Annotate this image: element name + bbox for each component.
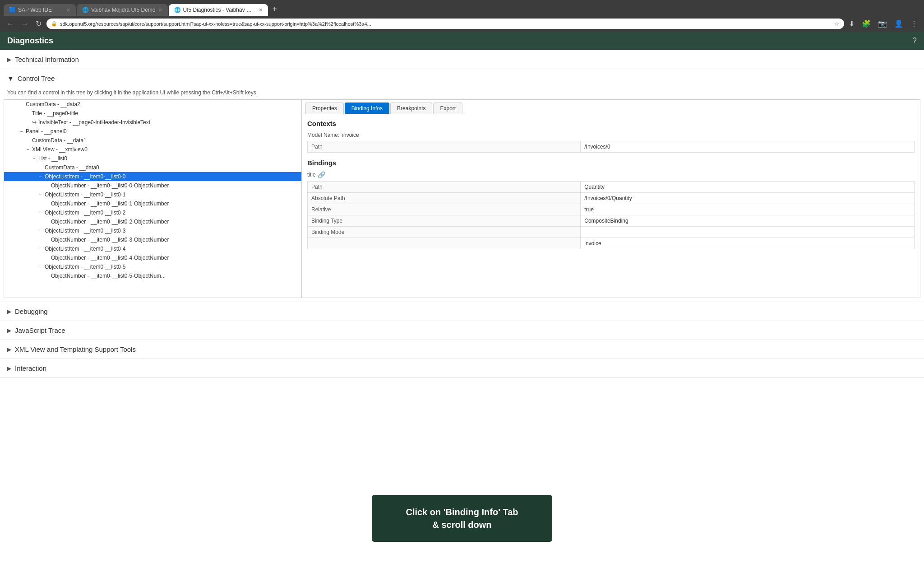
bookmark-icon[interactable]: ☆ bbox=[834, 20, 840, 27]
tree-item-t2[interactable]: Title - __page0-title bbox=[4, 109, 301, 118]
tab-ui5-demo[interactable]: 🌐 Vaibhav Mojidra UI5 Demo ✕ bbox=[77, 4, 168, 16]
tree-toggle-t13[interactable]: − bbox=[37, 210, 44, 215]
forward-button[interactable]: → bbox=[19, 19, 31, 29]
tree-toggle-t7[interactable]: − bbox=[31, 156, 37, 161]
binding-row-0: PathQuantity bbox=[308, 182, 915, 193]
screenshot-icon[interactable]: 📷 bbox=[876, 19, 889, 29]
tree-toggle-t4[interactable]: − bbox=[18, 129, 25, 134]
tree-label-t19: ObjectListItem - __item0-__list0-5 bbox=[45, 264, 125, 270]
chevron-right-xml: ▶ bbox=[7, 346, 11, 353]
tab-binding-infos[interactable]: Binding Infos bbox=[345, 103, 389, 114]
main-content: ▶ Technical Information ▼ Control Tree Y… bbox=[0, 50, 924, 378]
tree-item-t9[interactable]: −ObjectListItem - __item0-__list0-0 bbox=[4, 172, 301, 181]
interaction-header[interactable]: ▶ Interaction bbox=[0, 359, 924, 378]
tab-close-3[interactable]: ✕ bbox=[259, 7, 263, 13]
binding-row-4: Binding Mode bbox=[308, 227, 915, 238]
binding-value-3: CompositeBinding bbox=[581, 215, 915, 227]
tree-item-t3[interactable]: ↪InvisibleText - __page0-intHeader-Invis… bbox=[4, 118, 301, 127]
model-name-value: invoice bbox=[342, 132, 359, 138]
context-path-row: Path /Invoices/0 bbox=[308, 141, 915, 153]
tree-label-t12: ObjectNumber - __item0-__list0-1-ObjectN… bbox=[51, 200, 169, 207]
binding-key-0: Path bbox=[308, 182, 581, 193]
xml-view-header[interactable]: ▶ XML View and Templating Support Tools bbox=[0, 340, 924, 359]
tree-label-t10: ObjectNumber - __item0-__list0-0-ObjectN… bbox=[51, 182, 169, 189]
tree-label-t4: Panel - __panel0 bbox=[26, 128, 67, 135]
back-button[interactable]: ← bbox=[5, 19, 16, 29]
binding-property-row: title 🔗 bbox=[307, 171, 915, 178]
arrow-icon-t3: ↪ bbox=[32, 119, 37, 126]
tree-item-t17[interactable]: −ObjectListItem - __item0-__list0-4 bbox=[4, 244, 301, 253]
tree-item-t10[interactable]: ObjectNumber - __item0-__list0-0-ObjectN… bbox=[4, 181, 301, 190]
tree-toggle-t15[interactable]: − bbox=[37, 228, 44, 233]
profile-icon[interactable]: 👤 bbox=[892, 19, 905, 29]
tab-properties[interactable]: Properties bbox=[305, 103, 344, 114]
tree-item-t15[interactable]: −ObjectListItem - __item0-__list0-3 bbox=[4, 226, 301, 235]
technical-information-section: ▶ Technical Information bbox=[0, 50, 924, 69]
binding-value-1: /Invoices/0/Quantity bbox=[581, 193, 915, 204]
contexts-table: Path /Invoices/0 bbox=[307, 141, 915, 153]
context-path-value: /Invoices/0 bbox=[581, 141, 915, 153]
tree-item-t8[interactable]: CustomData - __data0 bbox=[4, 163, 301, 172]
tree-item-t11[interactable]: −ObjectListItem - __item0-__list0-1 bbox=[4, 190, 301, 199]
tree-toggle-t17[interactable]: − bbox=[37, 247, 44, 252]
tab-title-1: SAP Web IDE bbox=[18, 7, 64, 13]
interaction-section: ▶ Interaction bbox=[0, 359, 924, 378]
tree-pane[interactable]: CustomData - __data2 Title - __page0-tit… bbox=[4, 100, 302, 298]
tab-breakpoints[interactable]: Breakpoints bbox=[390, 103, 432, 114]
tree-item-t12[interactable]: ObjectNumber - __item0-__list0-1-ObjectN… bbox=[4, 199, 301, 208]
tree-label-t5: CustomData - __data1 bbox=[32, 137, 87, 144]
tree-item-t6[interactable]: −XMLView - __xmlview0 bbox=[4, 145, 301, 154]
binding-key-5 bbox=[308, 238, 581, 249]
tab-export[interactable]: Export bbox=[433, 103, 462, 114]
tree-item-t13[interactable]: −ObjectListItem - __item0-__list0-2 bbox=[4, 208, 301, 217]
lock-icon: 🔒 bbox=[51, 21, 57, 27]
tree-item-t4[interactable]: −Panel - __panel0 bbox=[4, 127, 301, 136]
tree-item-t20[interactable]: ObjectNumber - __item0-__list0-5-ObjectN… bbox=[4, 271, 301, 280]
binding-key-4: Binding Mode bbox=[308, 227, 581, 238]
javascript-trace-header[interactable]: ▶ JavaScript Trace bbox=[0, 321, 924, 340]
tree-label-t16: ObjectNumber - __item0-__list0-3-ObjectN… bbox=[51, 237, 169, 243]
help-icon[interactable]: ? bbox=[912, 36, 917, 46]
menu-icon[interactable]: ⋮ bbox=[909, 19, 919, 29]
tree-toggle-t11[interactable]: − bbox=[37, 192, 44, 197]
tree-item-t18[interactable]: ObjectNumber - __item0-__list0-4-ObjectN… bbox=[4, 253, 301, 262]
tree-item-t14[interactable]: ObjectNumber - __item0-__list0-2-ObjectN… bbox=[4, 217, 301, 226]
tree-label-t11: ObjectListItem - __item0-__list0-1 bbox=[45, 191, 125, 198]
binding-row-1: Absolute Path/Invoices/0/Quantity bbox=[308, 193, 915, 204]
extensions-icon[interactable]: 🧩 bbox=[860, 19, 873, 29]
tree-item-t19[interactable]: −ObjectListItem - __item0-__list0-5 bbox=[4, 262, 301, 271]
bindings-section: Bindings title 🔗 PathQuantityAbsolute Pa… bbox=[307, 159, 915, 249]
tab-close-1[interactable]: ✕ bbox=[66, 7, 70, 13]
tab-diagnostics[interactable]: 🌐 UI5 Diagnostics - Vaibhav Mo... ✕ bbox=[169, 4, 268, 16]
tree-item-t5[interactable]: CustomData - __data1 bbox=[4, 136, 301, 145]
tab-title-2: Vaibhav Mojidra UI5 Demo bbox=[91, 7, 156, 13]
app-header: Diagnostics ? bbox=[0, 32, 924, 50]
binding-row-5: invoice bbox=[308, 238, 915, 249]
control-tree-header[interactable]: ▼ Control Tree bbox=[0, 69, 924, 88]
tree-label-t9: ObjectListItem - __item0-__list0-0 bbox=[45, 173, 125, 180]
bindings-title: Bindings bbox=[307, 159, 915, 167]
binding-value-2: true bbox=[581, 204, 915, 215]
reload-button[interactable]: ↻ bbox=[33, 19, 44, 29]
tab-favicon-1: 🟦 bbox=[9, 7, 15, 13]
binding-row-2: Relativetrue bbox=[308, 204, 915, 215]
binding-value-4 bbox=[581, 227, 915, 238]
tree-toggle-t9[interactable]: − bbox=[37, 174, 44, 179]
tab-close-2[interactable]: ✕ bbox=[158, 7, 162, 13]
new-tab-button[interactable]: + bbox=[269, 3, 281, 16]
xml-view-label: XML View and Templating Support Tools bbox=[15, 345, 136, 353]
tree-item-t16[interactable]: ObjectNumber - __item0-__list0-3-ObjectN… bbox=[4, 235, 301, 244]
tree-item-t7[interactable]: −List - __list0 bbox=[4, 154, 301, 163]
tree-label-t18: ObjectNumber - __item0-__list0-4-ObjectN… bbox=[51, 255, 169, 261]
tab-sap-web-ide[interactable]: 🟦 SAP Web IDE ✕ bbox=[4, 4, 76, 16]
tree-toggle-t6[interactable]: − bbox=[25, 147, 31, 152]
technical-information-header[interactable]: ▶ Technical Information bbox=[0, 50, 924, 69]
tree-item-t1[interactable]: CustomData - __data2 bbox=[4, 100, 301, 109]
download-icon[interactable]: ⬇ bbox=[847, 19, 856, 29]
tree-label-t8: CustomData - __data0 bbox=[45, 164, 99, 171]
debugging-header[interactable]: ▶ Debugging bbox=[0, 302, 924, 321]
address-bar[interactable]: 🔒 sdk.openui5.org/resources/sap/ui/core/… bbox=[46, 19, 844, 29]
tree-label-t20: ObjectNumber - __item0-__list0-5-ObjectN… bbox=[51, 273, 166, 279]
tree-label-t7: List - __list0 bbox=[38, 155, 67, 162]
tree-toggle-t19[interactable]: − bbox=[37, 265, 44, 270]
